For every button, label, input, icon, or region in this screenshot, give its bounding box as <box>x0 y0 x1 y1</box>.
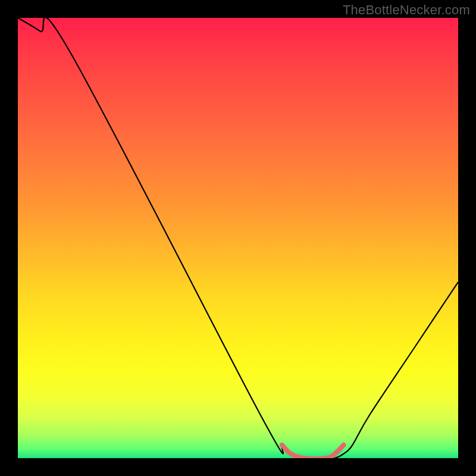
watermark-text: TheBottleNecker.com <box>343 2 470 18</box>
plot-area <box>18 18 458 458</box>
bottleneck-curve-path <box>18 18 458 458</box>
optimal-range-path <box>282 445 344 458</box>
curve-layer <box>18 18 458 458</box>
chart-container: TheBottleNecker.com <box>0 0 476 476</box>
